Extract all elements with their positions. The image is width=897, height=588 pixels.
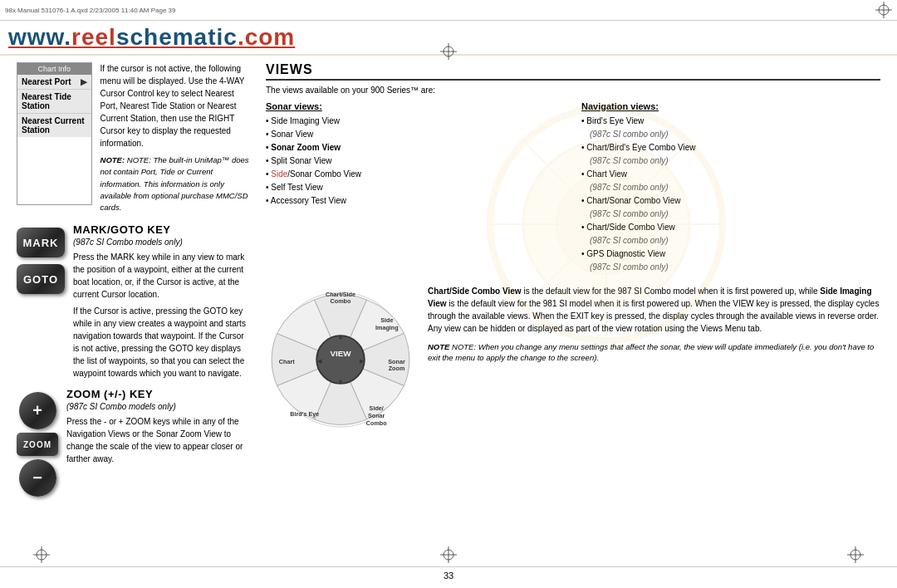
zoom-text: ZOOM (+/-) KEY (987c SI Combo models onl… bbox=[66, 388, 249, 465]
svg-text:Combo: Combo bbox=[331, 297, 351, 305]
mark-button[interactable]: MARK bbox=[17, 228, 65, 257]
reg-mark-bottom-right bbox=[847, 546, 864, 565]
key-buttons: MARK GOTO bbox=[17, 228, 65, 294]
list-item: Side/Sonar Combo View bbox=[266, 168, 565, 181]
list-item: Chart/Bird's Eye Combo View (987c SI com… bbox=[581, 141, 880, 168]
mark-goto-section: MARK GOTO MARK/GOTO KEY (987c SI Combo m… bbox=[17, 223, 249, 380]
chart-menu-header: Chart Info bbox=[17, 63, 91, 75]
svg-text:Side/: Side/ bbox=[370, 404, 384, 412]
svg-point-14 bbox=[316, 336, 365, 384]
chart-menu-box: Chart Info Nearest Port ▶ Nearest Tide S… bbox=[17, 62, 92, 205]
arrow-icon: ▶ bbox=[81, 77, 87, 86]
file-info: 98x Manual 531076-1 A.qxd 2/23/2005 11:4… bbox=[5, 7, 176, 14]
page-number: 33 bbox=[0, 566, 897, 584]
mark-text1: Press the MARK key while in any view to … bbox=[73, 251, 249, 301]
zoom-label-button[interactable]: ZOOM bbox=[17, 433, 58, 456]
reg-mark-center bbox=[440, 43, 457, 61]
list-item: Chart/Sonar Combo View (987c SI combo on… bbox=[581, 194, 880, 221]
reg-mark-bottom-center bbox=[440, 546, 457, 565]
nav-views-list: Bird's Eye View (987c SI combo only) Cha… bbox=[581, 115, 880, 274]
cursor-note: NOTE: NOTE: The built-in UniMap™ does no… bbox=[100, 154, 249, 213]
zoom-section: + ZOOM − ZOOM (+/-) KEY (987c SI Combo m… bbox=[17, 388, 249, 497]
goto-button[interactable]: GOTO bbox=[17, 264, 65, 294]
svg-text:Imaging: Imaging bbox=[375, 324, 399, 331]
chart-menu-item-nearest-port: Nearest Port ▶ bbox=[17, 75, 91, 90]
list-item: Self Test View bbox=[266, 181, 565, 194]
list-item: Sonar Zoom View bbox=[266, 141, 565, 154]
view-desc-text2: is the default view for the 981 SI model… bbox=[428, 299, 879, 333]
zoom-buttons: + ZOOM − bbox=[17, 392, 58, 497]
list-item: Chart View (987c SI combo only) bbox=[581, 168, 880, 194]
list-item: GPS Diagnostic View (987c SI combo only) bbox=[581, 247, 880, 274]
bottom-note: NOTE NOTE: When you change any menu sett… bbox=[428, 341, 880, 364]
sonar-col-title: Sonar views: bbox=[266, 101, 565, 111]
zoom-minus-button[interactable]: − bbox=[19, 459, 56, 497]
mark-goto-text: MARK/GOTO KEY (987c SI Combo models only… bbox=[73, 223, 249, 380]
reg-mark-top-right bbox=[875, 2, 892, 18]
main-content: Chart Info Nearest Port ▶ Nearest Tide S… bbox=[0, 56, 897, 577]
svg-text:Side: Side bbox=[380, 316, 393, 324]
svg-text:VIEW: VIEW bbox=[330, 349, 351, 358]
cursor-text: If the cursor is not active, the followi… bbox=[100, 62, 249, 213]
list-item: Split Sonar View bbox=[266, 154, 565, 168]
svg-text:Sonar: Sonar bbox=[368, 412, 385, 419]
mark-goto-subtitle: (987c SI Combo models only) bbox=[73, 238, 249, 247]
note-label: NOTE bbox=[428, 342, 449, 351]
svg-text:▲: ▲ bbox=[337, 333, 343, 341]
list-item: Chart/Side Combo View (987c SI combo onl… bbox=[581, 221, 880, 247]
view-description: Chart/Side Combo View is the default vie… bbox=[428, 285, 880, 364]
views-subtitle: The views available on your 900 Series™ … bbox=[266, 86, 880, 95]
list-item: Side Imaging View bbox=[266, 115, 565, 128]
svg-text:Combo: Combo bbox=[366, 419, 387, 427]
view-desc-text: is the default view for the 987 SI Combo… bbox=[523, 287, 820, 296]
sonar-views-col: Sonar views: Side Imaging View Sonar Vie… bbox=[266, 101, 565, 274]
svg-text:Chart: Chart bbox=[279, 358, 295, 365]
view-wheel-svg: VIEW ▲ ▶ ▼ ◀ Chart/Side Combo Side Imagi… bbox=[266, 285, 415, 434]
mark-goto-title: MARK/GOTO KEY bbox=[73, 223, 249, 236]
view-wheel-container: VIEW ▲ ▶ ▼ ◀ Chart/Side Combo Side Imagi… bbox=[266, 285, 415, 434]
list-item: Bird's Eye View (987c SI combo only) bbox=[581, 115, 880, 141]
svg-text:▼: ▼ bbox=[337, 378, 343, 385]
nav-col-title: Navigation views: bbox=[581, 101, 880, 111]
svg-text:Bird's Eye: Bird's Eye bbox=[290, 410, 319, 418]
view-middle: VIEW ▲ ▶ ▼ ◀ Chart/Side Combo Side Imagi… bbox=[266, 285, 880, 434]
logo-text: www.reelschematic.com bbox=[8, 24, 295, 50]
top-bar: 98x Manual 531076-1 A.qxd 2/23/2005 11:4… bbox=[0, 0, 897, 21]
list-item: Accessory Test View bbox=[266, 194, 565, 208]
nav-views-col: Navigation views: Bird's Eye View (987c … bbox=[581, 101, 880, 274]
left-col: Chart Info Nearest Port ▶ Nearest Tide S… bbox=[17, 62, 249, 571]
views-title: VIEWS bbox=[266, 62, 880, 81]
mark-text2: If the Cursor is active, pressing the GO… bbox=[73, 305, 249, 380]
chart-side-combo-bold: Chart/Side Combo View bbox=[428, 287, 522, 296]
chart-menu-item-nearest-current: Nearest Current Station bbox=[17, 114, 91, 137]
chart-menu-area: Chart Info Nearest Port ▶ Nearest Tide S… bbox=[17, 62, 249, 213]
bottom-note-text: NOTE: When you change any menu settings … bbox=[428, 342, 874, 362]
zoom-body: Press the - or + ZOOM keys while in any … bbox=[66, 415, 249, 465]
sonar-views-list: Side Imaging View Sonar View Sonar Zoom … bbox=[266, 115, 565, 208]
svg-text:Zoom: Zoom bbox=[389, 365, 405, 372]
views-columns: Sonar views: Side Imaging View Sonar Vie… bbox=[266, 101, 880, 274]
zoom-title: ZOOM (+/-) KEY bbox=[66, 388, 249, 400]
right-col: VIEWS The views available on your 900 Se… bbox=[266, 62, 880, 571]
list-item: Sonar View bbox=[266, 128, 565, 141]
zoom-subtitle: (987c SI Combo models only) bbox=[66, 402, 249, 411]
reg-mark-bottom-left bbox=[33, 546, 50, 565]
chart-menu-item-nearest-tide: Nearest Tide Station bbox=[17, 90, 91, 114]
zoom-plus-button[interactable]: + bbox=[19, 392, 56, 429]
